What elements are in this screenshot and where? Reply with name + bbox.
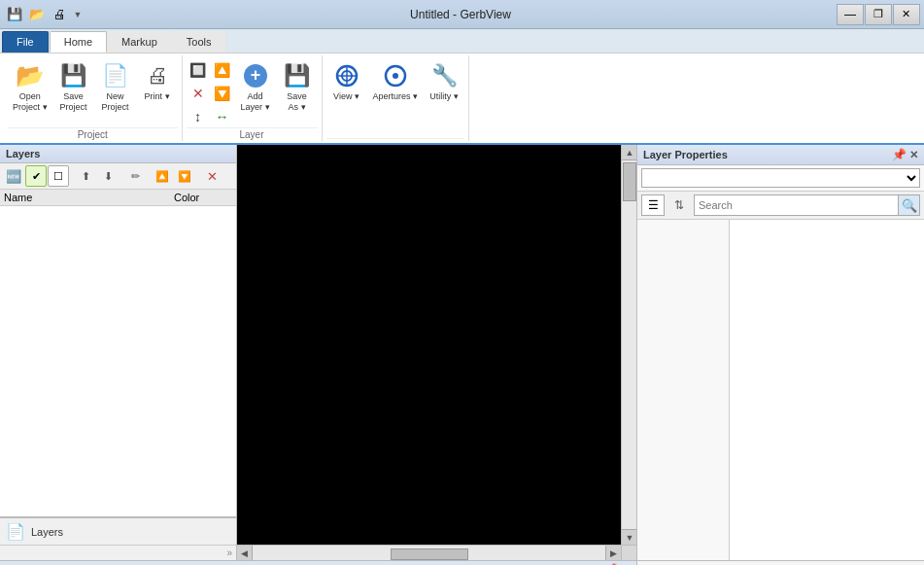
group-items-project: 📂 OpenProject ▾ 💾 SaveProject 📄 NewProje…: [8, 55, 178, 127]
ribbon-content: 📂 OpenProject ▾ 💾 SaveProject 📄 NewProje…: [0, 53, 924, 143]
layers-icon: 📄: [6, 522, 25, 541]
group-label-layer: Layer: [187, 127, 318, 141]
utility-icon: 🔧: [428, 60, 460, 91]
right-bottom-panel: [636, 561, 924, 565]
scrollbar-vertical[interactable]: ▲ ▼: [621, 145, 636, 545]
check-all-btn[interactable]: ✔: [25, 165, 47, 187]
layers-list[interactable]: [0, 206, 236, 516]
sort-btn[interactable]: ⇅: [667, 194, 691, 216]
ribbon-group-layer: 🔲 ✕ ↕ 🔼 🔽 ↔ + A: [183, 55, 323, 141]
scrollbar-corner: [621, 545, 636, 560]
close-btn[interactable]: ✕: [893, 4, 920, 25]
expand-arrow[interactable]: »: [0, 545, 236, 560]
qat-dropdown-btn[interactable]: ▼: [71, 4, 85, 25]
right-panel: Layer Properties 📌 ✕ ☰ ⇅ 🔍: [636, 145, 924, 560]
new-project-btn[interactable]: 📄 NewProject: [95, 57, 136, 116]
add-layer-btn[interactable]: + AddLayer ▾: [235, 57, 276, 116]
add-layer-icon: +: [240, 60, 271, 91]
ribbon-tabs: File Home Markup Tools: [0, 29, 924, 53]
pin-icon[interactable]: 📌: [892, 148, 907, 161]
layer-edit[interactable]: ✏: [124, 165, 146, 187]
output-panel: Output 📌 ✕ > New project ◀ ▶ Messages ◀ …: [0, 561, 636, 565]
tab-tools[interactable]: Tools: [172, 31, 226, 53]
scroll-track-h[interactable]: [253, 546, 605, 560]
layer-tool-3[interactable]: ↕: [187, 106, 210, 127]
right-panel-header-controls: 📌 ✕: [892, 148, 918, 161]
left-panel: Layers 🆕 ✔ ☐ ⬆ ⬇ ✏ 🔼 🔽 ✕ Name Color: [0, 145, 237, 560]
save-project-icon: 💾: [58, 60, 89, 91]
save-as-btn[interactable]: 💾 SaveAs ▾: [277, 57, 318, 116]
new-layer-btn[interactable]: 🆕: [3, 165, 24, 187]
right-panel-toolbar: ☰ ⇅ 🔍: [637, 192, 924, 220]
layer-small2[interactable]: ⬇: [97, 165, 119, 187]
scroll-down-btn[interactable]: ▼: [622, 529, 636, 545]
layer-small-tools-col2: 🔼 🔽 ↔: [211, 57, 234, 127]
qat-print-btn[interactable]: 🖨: [49, 4, 70, 25]
layer-small1[interactable]: ⬆: [75, 165, 96, 187]
layer-move-up[interactable]: 🔼: [152, 165, 173, 187]
col-color-header: Color: [174, 192, 232, 203]
lower-left-content: 📄 Layers: [0, 518, 236, 545]
open-project-btn[interactable]: 📂 OpenProject ▾: [8, 57, 52, 116]
checkbox-btn[interactable]: ☐: [48, 165, 69, 187]
layer-tool-5[interactable]: 🔽: [211, 83, 234, 104]
svg-point-7: [393, 73, 398, 79]
canvas-main[interactable]: [237, 145, 621, 545]
minimize-btn[interactable]: —: [837, 4, 864, 25]
layers-label: Layers: [31, 526, 63, 538]
view-btn[interactable]: View ▾: [326, 57, 367, 105]
open-project-label: OpenProject ▾: [13, 91, 48, 113]
layer-tool-1[interactable]: 🔲: [187, 59, 210, 81]
layer-delete[interactable]: ✕: [201, 165, 222, 187]
scrollbar-horizontal[interactable]: ◀ ▶: [237, 545, 621, 560]
add-layer-label: AddLayer ▾: [241, 91, 270, 113]
restore-btn[interactable]: ❐: [865, 4, 892, 25]
group-items-layer: 🔲 ✕ ↕ 🔼 🔽 ↔ + A: [187, 55, 318, 127]
save-project-label: SaveProject: [60, 91, 87, 113]
right-panel-close-icon[interactable]: ✕: [909, 149, 918, 161]
ribbon: File Home Markup Tools 📂 OpenProject ▾ 💾…: [0, 29, 924, 145]
apertures-btn[interactable]: Apertures ▾: [368, 57, 424, 105]
list-view-btn[interactable]: ☰: [641, 194, 665, 216]
tab-home[interactable]: Home: [50, 31, 107, 53]
scroll-thumb-v[interactable]: [623, 162, 636, 201]
utility-label: Utility ▾: [429, 91, 459, 102]
layer-move-down[interactable]: 🔽: [174, 165, 195, 187]
app-title: Untitled - GerbView: [410, 8, 511, 21]
scroll-left-btn[interactable]: ◀: [237, 546, 253, 561]
tab-file[interactable]: File: [2, 31, 49, 53]
group-items-view: View ▾ Apertures ▾ 🔧 Utility ▾: [326, 55, 465, 138]
qat-save-btn[interactable]: 💾: [4, 4, 25, 25]
layers-toolbar: 🆕 ✔ ☐ ⬆ ⬇ ✏ 🔼 🔽 ✕: [0, 163, 236, 190]
output-header: Output 📌 ✕: [0, 561, 636, 565]
ribbon-group-project: 📂 OpenProject ▾ 💾 SaveProject 📄 NewProje…: [4, 55, 183, 141]
layer-tool-6[interactable]: ↔: [211, 106, 234, 127]
search-input[interactable]: [695, 195, 898, 215]
layers-column-header: Name Color: [0, 190, 236, 206]
new-project-icon: 📄: [100, 60, 131, 91]
right-panel-dropdown[interactable]: [641, 168, 920, 188]
scroll-up-btn[interactable]: ▲: [622, 145, 636, 160]
search-btn[interactable]: 🔍: [898, 195, 919, 215]
scroll-track-v[interactable]: [622, 160, 636, 529]
scroll-right-btn[interactable]: ▶: [605, 546, 621, 561]
tab-markup[interactable]: Markup: [107, 31, 172, 53]
right-panel-header: Layer Properties 📌 ✕: [637, 145, 924, 165]
open-project-icon: 📂: [15, 60, 46, 91]
utility-btn[interactable]: 🔧 Utility ▾: [424, 57, 464, 105]
main-area: Layers 🆕 ✔ ☐ ⬆ ⬇ ✏ 🔼 🔽 ✕ Name Color: [0, 145, 924, 560]
save-project-btn[interactable]: 💾 SaveProject: [53, 57, 94, 116]
print-label: Print ▾: [145, 91, 170, 102]
right-panel-search-box: 🔍: [694, 194, 920, 216]
svg-text:+: +: [250, 65, 260, 85]
print-btn[interactable]: 🖨 Print ▾: [137, 57, 178, 105]
ribbon-group-view: View ▾ Apertures ▾ 🔧 Utility ▾: [323, 55, 470, 141]
qat-open-btn[interactable]: 📂: [26, 4, 48, 25]
layer-tool-4[interactable]: 🔼: [211, 59, 234, 81]
layer-tool-2[interactable]: ✕: [187, 83, 210, 104]
group-label-view: [326, 138, 465, 141]
col-name-header: Name: [4, 192, 174, 203]
save-as-icon: 💾: [282, 60, 313, 91]
lower-left-panel: 📄 Layers »: [0, 516, 236, 560]
scroll-thumb-h[interactable]: [391, 548, 468, 560]
